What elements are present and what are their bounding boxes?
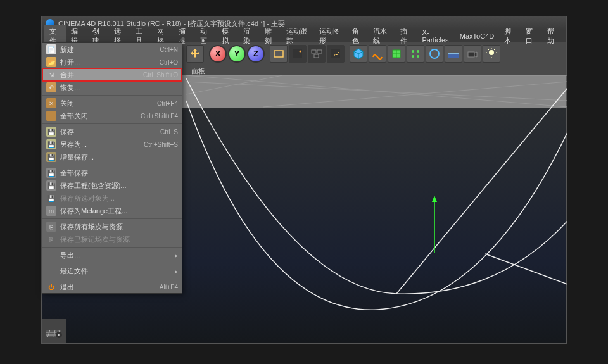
menu-mograph[interactable]: 运动图形 xyxy=(314,25,347,47)
menu-item-save-takes[interactable]: ⎘保存所有场次与资源 xyxy=(42,220,182,233)
menu-script[interactable]: 脚本 xyxy=(499,25,521,47)
render-settings-button[interactable] xyxy=(327,45,345,63)
menu-item-close-all[interactable]: 全部关闭Ctrl+Shift+F4 xyxy=(42,110,182,122)
cube-primitive-button[interactable] xyxy=(350,45,367,63)
menu-item-export[interactable]: 导出...▸ xyxy=(42,249,182,261)
nurbs-button[interactable] xyxy=(388,45,405,63)
deformer-button[interactable] xyxy=(426,45,443,63)
panel-label: 面板 xyxy=(191,67,205,75)
menu-item-save[interactable]: 💾保存Ctrl+S xyxy=(42,125,182,138)
svg-rect-4 xyxy=(317,50,322,53)
svg-rect-0 xyxy=(274,51,283,57)
menu-item-recent[interactable]: 最近文件▸ xyxy=(42,265,182,277)
svg-point-15 xyxy=(489,50,494,55)
render-pict-button[interactable] xyxy=(289,45,307,63)
render-view-button[interactable] xyxy=(270,45,288,63)
menu-item-merge[interactable]: ⇲合并...Ctrl+Shift+O xyxy=(42,68,182,81)
menu-item-close[interactable]: ✕关闭Ctrl+F4 xyxy=(42,97,182,110)
axis-x-button[interactable]: X xyxy=(209,45,227,63)
menu-sculpt[interactable]: 雕刻 xyxy=(260,25,281,47)
spline-button[interactable] xyxy=(369,45,386,63)
corner-widget[interactable] xyxy=(42,319,66,343)
menu-help[interactable]: 帮助 xyxy=(542,25,564,47)
menu-motrack[interactable]: 运动跟踪 xyxy=(281,25,314,47)
menu-item-save-as[interactable]: 💾另存为...Ctrl+Shift+S xyxy=(42,138,182,151)
array-button[interactable] xyxy=(407,45,424,63)
render-queue-button[interactable] xyxy=(308,45,326,63)
svg-point-2 xyxy=(300,50,301,52)
svg-rect-13 xyxy=(448,53,459,54)
menu-item-save-proj[interactable]: 💾保存工程(包含资源)... xyxy=(42,179,182,192)
menu-item-new[interactable]: 📄新建Ctrl+N xyxy=(42,43,182,56)
menu-render[interactable]: 渲染 xyxy=(238,25,260,47)
file-dropdown: 📄新建Ctrl+N 📂打开...Ctrl+O ⇲合并...Ctrl+Shift+… xyxy=(42,42,182,294)
menu-item-save-sel[interactable]: 💾保存所选对象为... xyxy=(42,192,182,204)
floor-button[interactable] xyxy=(445,45,462,63)
svg-point-7 xyxy=(412,50,414,53)
svg-point-10 xyxy=(417,55,419,58)
menubar: 文件 编辑 创建 选择 工具 网格 捕捉 动画 模拟 渲染 雕刻 运动跟踪 运动… xyxy=(42,30,566,42)
menu-anim[interactable]: 动画 xyxy=(195,25,217,47)
axis-z-button[interactable]: Z xyxy=(247,45,265,63)
menu-item-save-inc[interactable]: 💾增量保存... xyxy=(42,151,182,163)
svg-rect-14 xyxy=(468,52,474,57)
menu-item-open[interactable]: 📂打开...Ctrl+O xyxy=(42,56,182,68)
light-button[interactable] xyxy=(483,45,500,63)
menu-pipe[interactable]: 流水线 xyxy=(368,25,395,47)
menu-sim[interactable]: 模拟 xyxy=(217,25,238,47)
menu-mtc4d[interactable]: MaxToC4D xyxy=(455,31,499,41)
menu-xp[interactable]: X-Particles xyxy=(417,27,454,45)
axis-arrow-icon xyxy=(432,196,437,253)
svg-point-9 xyxy=(412,55,414,58)
menu-plugins[interactable]: 插件 xyxy=(395,25,417,47)
axis-y-button[interactable]: Y xyxy=(228,45,246,63)
svg-line-18 xyxy=(186,75,282,94)
grid-icon xyxy=(45,322,63,340)
camera-button[interactable] xyxy=(464,45,481,63)
svg-point-11 xyxy=(430,49,439,58)
menu-item-save-all[interactable]: 💾全部保存 xyxy=(42,166,182,179)
menu-item-save-mel[interactable]: m保存为Melange工程... xyxy=(42,204,182,217)
move-tool-button[interactable] xyxy=(186,45,204,63)
svg-rect-5 xyxy=(314,54,319,58)
menu-char[interactable]: 角色 xyxy=(347,25,369,47)
svg-rect-3 xyxy=(312,50,316,53)
menu-item-quit[interactable]: ⏻退出Alt+F4 xyxy=(42,280,182,293)
svg-point-8 xyxy=(417,50,419,53)
menu-item-revert[interactable]: ↶恢复... xyxy=(42,81,182,94)
menu-window[interactable]: 窗口 xyxy=(521,25,542,47)
menu-item-save-marked[interactable]: ⎘保存已标记场次与资源 xyxy=(42,233,182,246)
